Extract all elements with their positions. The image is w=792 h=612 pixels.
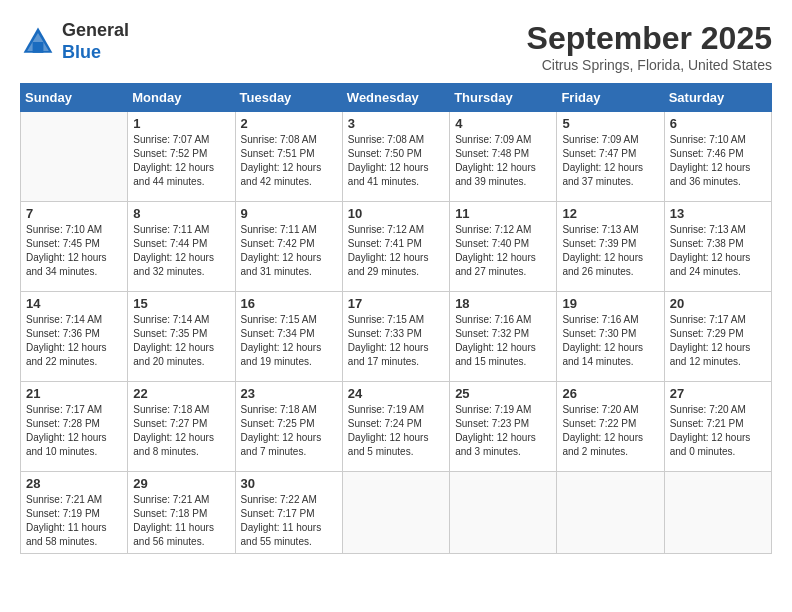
day-info: Sunrise: 7:22 AM Sunset: 7:17 PM Dayligh… <box>241 493 337 549</box>
calendar-cell: 28Sunrise: 7:21 AM Sunset: 7:19 PM Dayli… <box>21 472 128 554</box>
day-number: 13 <box>670 206 766 221</box>
calendar-cell: 23Sunrise: 7:18 AM Sunset: 7:25 PM Dayli… <box>235 382 342 472</box>
calendar-cell: 1Sunrise: 7:07 AM Sunset: 7:52 PM Daylig… <box>128 112 235 202</box>
calendar-week-2: 14Sunrise: 7:14 AM Sunset: 7:36 PM Dayli… <box>21 292 772 382</box>
calendar-week-4: 28Sunrise: 7:21 AM Sunset: 7:19 PM Dayli… <box>21 472 772 554</box>
day-info: Sunrise: 7:15 AM Sunset: 7:33 PM Dayligh… <box>348 313 444 369</box>
day-info: Sunrise: 7:10 AM Sunset: 7:45 PM Dayligh… <box>26 223 122 279</box>
day-number: 23 <box>241 386 337 401</box>
calendar-cell: 4Sunrise: 7:09 AM Sunset: 7:48 PM Daylig… <box>450 112 557 202</box>
calendar-cell: 16Sunrise: 7:15 AM Sunset: 7:34 PM Dayli… <box>235 292 342 382</box>
day-number: 18 <box>455 296 551 311</box>
calendar-header-row: SundayMondayTuesdayWednesdayThursdayFrid… <box>21 84 772 112</box>
day-info: Sunrise: 7:12 AM Sunset: 7:40 PM Dayligh… <box>455 223 551 279</box>
day-number: 17 <box>348 296 444 311</box>
calendar-cell: 5Sunrise: 7:09 AM Sunset: 7:47 PM Daylig… <box>557 112 664 202</box>
day-number: 16 <box>241 296 337 311</box>
day-info: Sunrise: 7:17 AM Sunset: 7:28 PM Dayligh… <box>26 403 122 459</box>
calendar-cell: 25Sunrise: 7:19 AM Sunset: 7:23 PM Dayli… <box>450 382 557 472</box>
day-info: Sunrise: 7:18 AM Sunset: 7:25 PM Dayligh… <box>241 403 337 459</box>
calendar-cell: 20Sunrise: 7:17 AM Sunset: 7:29 PM Dayli… <box>664 292 771 382</box>
day-info: Sunrise: 7:21 AM Sunset: 7:19 PM Dayligh… <box>26 493 122 549</box>
day-info: Sunrise: 7:12 AM Sunset: 7:41 PM Dayligh… <box>348 223 444 279</box>
header-sunday: Sunday <box>21 84 128 112</box>
calendar-cell <box>664 472 771 554</box>
day-number: 20 <box>670 296 766 311</box>
day-info: Sunrise: 7:13 AM Sunset: 7:38 PM Dayligh… <box>670 223 766 279</box>
day-number: 22 <box>133 386 229 401</box>
day-number: 26 <box>562 386 658 401</box>
header-wednesday: Wednesday <box>342 84 449 112</box>
calendar-cell <box>557 472 664 554</box>
day-number: 4 <box>455 116 551 131</box>
calendar-cell: 22Sunrise: 7:18 AM Sunset: 7:27 PM Dayli… <box>128 382 235 472</box>
day-number: 10 <box>348 206 444 221</box>
day-number: 27 <box>670 386 766 401</box>
logo: General Blue <box>20 20 129 63</box>
logo-text: General Blue <box>62 20 129 63</box>
day-info: Sunrise: 7:11 AM Sunset: 7:44 PM Dayligh… <box>133 223 229 279</box>
day-info: Sunrise: 7:10 AM Sunset: 7:46 PM Dayligh… <box>670 133 766 189</box>
day-info: Sunrise: 7:20 AM Sunset: 7:21 PM Dayligh… <box>670 403 766 459</box>
day-info: Sunrise: 7:21 AM Sunset: 7:18 PM Dayligh… <box>133 493 229 549</box>
calendar-cell: 7Sunrise: 7:10 AM Sunset: 7:45 PM Daylig… <box>21 202 128 292</box>
title-block: September 2025 Citrus Springs, Florida, … <box>527 20 772 73</box>
calendar-cell: 8Sunrise: 7:11 AM Sunset: 7:44 PM Daylig… <box>128 202 235 292</box>
day-number: 2 <box>241 116 337 131</box>
calendar-week-0: 1Sunrise: 7:07 AM Sunset: 7:52 PM Daylig… <box>21 112 772 202</box>
calendar-cell: 9Sunrise: 7:11 AM Sunset: 7:42 PM Daylig… <box>235 202 342 292</box>
day-info: Sunrise: 7:14 AM Sunset: 7:36 PM Dayligh… <box>26 313 122 369</box>
day-number: 24 <box>348 386 444 401</box>
day-info: Sunrise: 7:08 AM Sunset: 7:50 PM Dayligh… <box>348 133 444 189</box>
day-info: Sunrise: 7:19 AM Sunset: 7:24 PM Dayligh… <box>348 403 444 459</box>
calendar-cell: 10Sunrise: 7:12 AM Sunset: 7:41 PM Dayli… <box>342 202 449 292</box>
calendar-cell: 12Sunrise: 7:13 AM Sunset: 7:39 PM Dayli… <box>557 202 664 292</box>
calendar-cell: 24Sunrise: 7:19 AM Sunset: 7:24 PM Dayli… <box>342 382 449 472</box>
calendar-cell: 30Sunrise: 7:22 AM Sunset: 7:17 PM Dayli… <box>235 472 342 554</box>
calendar-cell: 29Sunrise: 7:21 AM Sunset: 7:18 PM Dayli… <box>128 472 235 554</box>
header-tuesday: Tuesday <box>235 84 342 112</box>
day-info: Sunrise: 7:13 AM Sunset: 7:39 PM Dayligh… <box>562 223 658 279</box>
calendar-cell: 15Sunrise: 7:14 AM Sunset: 7:35 PM Dayli… <box>128 292 235 382</box>
header-friday: Friday <box>557 84 664 112</box>
day-number: 15 <box>133 296 229 311</box>
day-info: Sunrise: 7:19 AM Sunset: 7:23 PM Dayligh… <box>455 403 551 459</box>
calendar-cell: 14Sunrise: 7:14 AM Sunset: 7:36 PM Dayli… <box>21 292 128 382</box>
calendar-cell: 3Sunrise: 7:08 AM Sunset: 7:50 PM Daylig… <box>342 112 449 202</box>
calendar-week-1: 7Sunrise: 7:10 AM Sunset: 7:45 PM Daylig… <box>21 202 772 292</box>
calendar-cell <box>342 472 449 554</box>
day-info: Sunrise: 7:08 AM Sunset: 7:51 PM Dayligh… <box>241 133 337 189</box>
day-number: 30 <box>241 476 337 491</box>
calendar-week-3: 21Sunrise: 7:17 AM Sunset: 7:28 PM Dayli… <box>21 382 772 472</box>
calendar-cell: 27Sunrise: 7:20 AM Sunset: 7:21 PM Dayli… <box>664 382 771 472</box>
day-number: 3 <box>348 116 444 131</box>
day-number: 1 <box>133 116 229 131</box>
calendar-cell <box>450 472 557 554</box>
calendar-cell: 2Sunrise: 7:08 AM Sunset: 7:51 PM Daylig… <box>235 112 342 202</box>
day-info: Sunrise: 7:15 AM Sunset: 7:34 PM Dayligh… <box>241 313 337 369</box>
calendar-cell: 21Sunrise: 7:17 AM Sunset: 7:28 PM Dayli… <box>21 382 128 472</box>
day-number: 8 <box>133 206 229 221</box>
calendar-cell: 6Sunrise: 7:10 AM Sunset: 7:46 PM Daylig… <box>664 112 771 202</box>
logo-icon <box>20 24 56 60</box>
calendar-cell: 17Sunrise: 7:15 AM Sunset: 7:33 PM Dayli… <box>342 292 449 382</box>
calendar-cell: 18Sunrise: 7:16 AM Sunset: 7:32 PM Dayli… <box>450 292 557 382</box>
header-saturday: Saturday <box>664 84 771 112</box>
day-info: Sunrise: 7:20 AM Sunset: 7:22 PM Dayligh… <box>562 403 658 459</box>
day-info: Sunrise: 7:07 AM Sunset: 7:52 PM Dayligh… <box>133 133 229 189</box>
location: Citrus Springs, Florida, United States <box>527 57 772 73</box>
day-number: 11 <box>455 206 551 221</box>
calendar-table: SundayMondayTuesdayWednesdayThursdayFrid… <box>20 83 772 554</box>
day-info: Sunrise: 7:16 AM Sunset: 7:30 PM Dayligh… <box>562 313 658 369</box>
calendar-cell: 26Sunrise: 7:20 AM Sunset: 7:22 PM Dayli… <box>557 382 664 472</box>
calendar-cell: 13Sunrise: 7:13 AM Sunset: 7:38 PM Dayli… <box>664 202 771 292</box>
day-number: 12 <box>562 206 658 221</box>
day-info: Sunrise: 7:11 AM Sunset: 7:42 PM Dayligh… <box>241 223 337 279</box>
day-number: 28 <box>26 476 122 491</box>
calendar-cell: 19Sunrise: 7:16 AM Sunset: 7:30 PM Dayli… <box>557 292 664 382</box>
calendar-cell: 11Sunrise: 7:12 AM Sunset: 7:40 PM Dayli… <box>450 202 557 292</box>
month-year: September 2025 <box>527 20 772 57</box>
day-number: 25 <box>455 386 551 401</box>
day-info: Sunrise: 7:18 AM Sunset: 7:27 PM Dayligh… <box>133 403 229 459</box>
day-info: Sunrise: 7:09 AM Sunset: 7:47 PM Dayligh… <box>562 133 658 189</box>
